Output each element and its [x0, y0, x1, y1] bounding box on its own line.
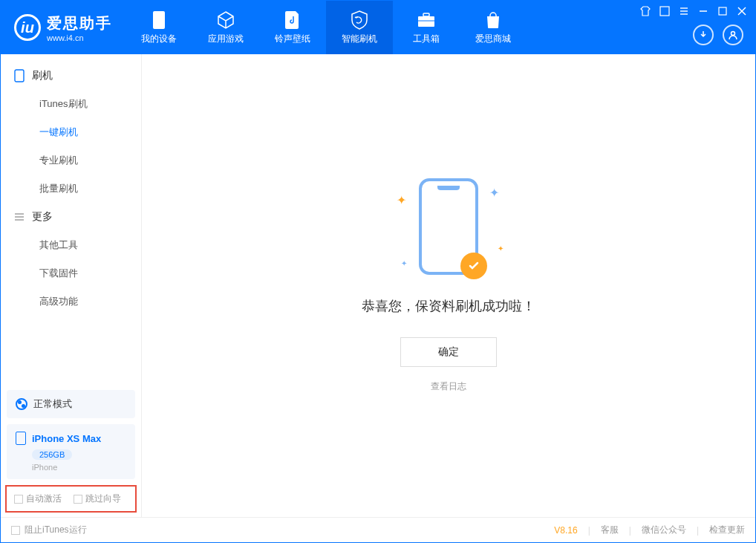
- sidebar-item-other-tools[interactable]: 其他工具: [1, 231, 141, 259]
- checkbox-icon[interactable]: [11, 526, 20, 535]
- ok-button[interactable]: 确定: [400, 337, 497, 367]
- nav-tab-flash[interactable]: 智能刷机: [326, 1, 393, 54]
- sidebar-item-batch-flash[interactable]: 批量刷机: [1, 175, 141, 203]
- sidebar: 刷机 iTunes刷机 一键刷机 专业刷机 批量刷机 更多 其他工具 下载固件 …: [1, 54, 142, 517]
- footer-link-support[interactable]: 客服: [601, 524, 619, 536]
- minimize-button[interactable]: [697, 5, 709, 17]
- svg-rect-1: [418, 16, 434, 27]
- sidebar-item-advanced[interactable]: 高级功能: [1, 287, 141, 316]
- svg-rect-0: [153, 11, 165, 29]
- nav-tab-media[interactable]: 铃声壁纸: [259, 1, 326, 54]
- document-music-icon: [283, 10, 302, 30]
- shield-refresh-icon: [350, 10, 369, 30]
- group-title: 更多: [32, 210, 53, 224]
- close-button[interactable]: [736, 5, 748, 17]
- nav-label: 爱思商城: [475, 33, 511, 45]
- separator: |: [629, 525, 631, 536]
- mode-label: 正常模式: [33, 397, 72, 411]
- device-type: iPhone: [32, 463, 126, 472]
- mode-icon: [16, 398, 27, 410]
- briefcase-icon: [417, 10, 436, 30]
- user-button[interactable]: [723, 25, 743, 45]
- nav-label: 铃声壁纸: [275, 33, 310, 45]
- check-badge-icon: [460, 253, 487, 279]
- download-button[interactable]: [693, 25, 714, 45]
- app-logo-icon: iu: [14, 14, 41, 41]
- sidebar-item-itunes-flash[interactable]: iTunes刷机: [1, 90, 141, 118]
- sidebar-item-download-fw[interactable]: 下载固件: [1, 259, 141, 287]
- header-right: [693, 25, 755, 45]
- separator: |: [697, 525, 699, 536]
- checkbox-icon: [74, 495, 82, 504]
- sidebar-item-oneclick-flash[interactable]: 一键刷机: [1, 118, 141, 146]
- phone-outline-icon: [16, 432, 26, 445]
- nav-tab-store[interactable]: 爱思商城: [460, 1, 527, 54]
- mode-indicator[interactable]: 正常模式: [7, 390, 135, 418]
- nav-label: 智能刷机: [342, 33, 377, 45]
- main-content: ✦ ✦ ✦ ✦ 恭喜您，保资料刷机成功啦！ 确定 查看日志: [142, 54, 755, 517]
- svg-rect-13: [15, 70, 24, 82]
- checkbox-label: 自动激活: [26, 492, 62, 505]
- device-card[interactable]: iPhone XS Max 256GB iPhone: [7, 424, 135, 479]
- phone-icon: [149, 10, 169, 30]
- svg-rect-2: [423, 13, 429, 16]
- sparkle-icon: ✦: [489, 186, 499, 200]
- bag-icon: [483, 10, 503, 30]
- success-graphic: ✦ ✦ ✦ ✦: [419, 178, 478, 275]
- checkbox-icon: [14, 495, 23, 504]
- nav-tab-device[interactable]: 我的设备: [126, 1, 192, 54]
- svg-rect-4: [660, 7, 669, 16]
- block-itunes-label[interactable]: 阻止iTunes运行: [25, 524, 87, 536]
- body: 刷机 iTunes刷机 一键刷机 专业刷机 批量刷机 更多 其他工具 下载固件 …: [1, 54, 755, 517]
- checkbox-label: 跳过向导: [85, 492, 121, 505]
- menu-icon[interactable]: [678, 5, 690, 17]
- nav-tabs: 我的设备 应用游戏 铃声壁纸 智能刷机 工具箱 爱思商城: [126, 1, 527, 54]
- sidebar-group-flash: 刷机: [1, 62, 141, 90]
- nav-label: 应用游戏: [208, 33, 244, 45]
- cube-icon: [216, 10, 235, 30]
- success-message: 恭喜您，保资料刷机成功啦！: [362, 297, 535, 315]
- app-window: iu 爱思助手 www.i4.cn 我的设备 应用游戏 铃声壁纸 智能刷机: [0, 0, 756, 543]
- nav-label: 工具箱: [413, 33, 440, 45]
- storage-badge: 256GB: [32, 449, 72, 460]
- separator: |: [588, 525, 590, 536]
- highlighted-options: 自动激活 跳过向导: [5, 485, 137, 513]
- group-title: 刷机: [32, 69, 53, 82]
- feedback-icon[interactable]: [659, 5, 671, 17]
- sidebar-item-pro-flash[interactable]: 专业刷机: [1, 146, 141, 175]
- skin-icon[interactable]: [639, 5, 651, 17]
- view-log-link[interactable]: 查看日志: [431, 380, 466, 393]
- sidebar-group-more: 更多: [1, 203, 141, 231]
- device-icon: [14, 69, 25, 82]
- app-name: 爱思助手: [47, 13, 112, 33]
- footer: 阻止iTunes运行 V8.16 | 客服 | 微信公众号 | 检查更新: [1, 517, 755, 542]
- auto-activate-checkbox[interactable]: 自动激活: [14, 492, 62, 505]
- skip-guide-checkbox[interactable]: 跳过向导: [74, 492, 121, 505]
- window-controls: [632, 1, 755, 22]
- svg-rect-9: [719, 7, 726, 15]
- footer-link-wechat[interactable]: 微信公众号: [642, 524, 686, 536]
- sparkle-icon: ✦: [401, 259, 407, 267]
- nav-tab-toolbox[interactable]: 工具箱: [393, 1, 460, 54]
- device-name: iPhone XS Max: [32, 433, 101, 444]
- svg-point-12: [731, 32, 735, 36]
- maximize-button[interactable]: [717, 5, 729, 17]
- list-icon: [14, 212, 25, 222]
- logo-area: iu 爱思助手 www.i4.cn: [1, 13, 126, 42]
- version-label: V8.16: [554, 525, 577, 536]
- titlebar: iu 爱思助手 www.i4.cn 我的设备 应用游戏 铃声壁纸 智能刷机: [1, 1, 755, 54]
- footer-link-update[interactable]: 检查更新: [709, 524, 745, 536]
- sparkle-icon: ✦: [397, 193, 406, 207]
- nav-label: 我的设备: [141, 33, 177, 45]
- nav-tab-apps[interactable]: 应用游戏: [192, 1, 259, 54]
- app-url: www.i4.cn: [47, 33, 112, 42]
- sparkle-icon: ✦: [498, 244, 504, 253]
